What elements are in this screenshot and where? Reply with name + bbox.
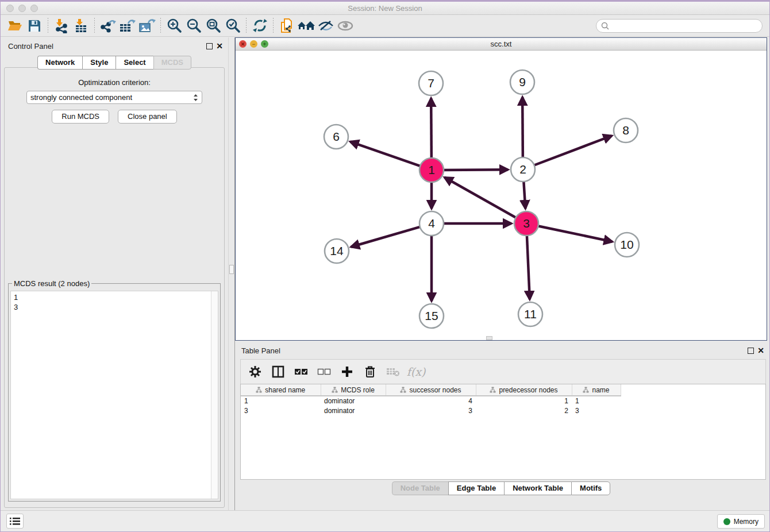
table-cell[interactable]: 3 [241,406,321,415]
graph-edge-2-8[interactable] [533,136,612,165]
toolbar-separator [94,18,95,34]
network-maximize-button[interactable]: + [261,40,268,48]
control-panel-tabs: NetworkStyleSelectMCDS [1,56,228,70]
refresh-layout-icon[interactable] [250,17,270,35]
mcds-panel: Optimization criterion: strongly connect… [4,67,225,508]
export-image-icon[interactable] [137,17,157,35]
network-title: scc.txt [236,38,767,51]
graph-node-label: 3 [523,217,530,230]
minimize-window-button[interactable] [18,5,26,12]
network-minimize-button[interactable]: − [250,40,257,48]
mcds-result-area: 1 3 [10,291,218,499]
tab-edge-table[interactable]: Edge Table [448,481,504,495]
search-input[interactable] [612,20,762,32]
graph-edge-3-11[interactable] [527,234,530,299]
graph-edge-1-7[interactable] [431,98,432,159]
function-builder-icon[interactable]: f(x) [407,363,425,380]
control-panel-title: Control Panel [8,42,53,51]
table-row[interactable]: 1dominator411 [241,396,765,406]
table-cell[interactable]: 4 [386,396,476,406]
table-cell[interactable]: 3 [572,406,621,415]
column-header-name[interactable]: name [572,384,621,396]
table-cell[interactable]: 2 [476,406,572,415]
table-panel-header: Table Panel ✕ [235,345,767,357]
import-table-icon[interactable] [71,17,91,35]
zoom-window-button[interactable] [30,5,38,12]
add-column-icon[interactable] [338,363,356,380]
tab-mcds[interactable]: MCDS [153,56,191,70]
control-panel-float-button[interactable] [206,43,213,49]
control-panel: Control Panel ✕ NetworkStyleSelectMCDS O… [1,37,228,510]
tab-select[interactable]: Select [116,56,153,70]
graph-edge-3-10[interactable] [537,226,613,242]
import-network-icon[interactable] [52,17,71,35]
canvas-split-grip[interactable] [486,336,492,340]
dropdown-value: strongly connected component [30,93,193,102]
memory-button[interactable]: Memory [717,514,765,529]
table-panel-close-button[interactable]: ✕ [757,346,765,355]
control-panel-header: Control Panel ✕ [1,41,228,52]
graph-edge-1-6[interactable] [351,142,422,167]
table-cell[interactable]: 1 [476,396,572,406]
zoom-in-icon[interactable] [164,17,184,35]
open-session-icon[interactable] [5,17,25,35]
panel-divider[interactable] [228,37,235,510]
column-header-MCDS-role[interactable]: MCDS role [321,384,386,396]
main-toolbar [1,15,769,37]
show-all-icon[interactable] [336,17,355,35]
hide-selected-icon[interactable] [316,17,336,35]
table-panel-float-button[interactable] [748,348,754,354]
divider-grip[interactable] [229,265,234,274]
export-table-icon[interactable] [118,17,137,35]
graph-node-label: 11 [524,307,537,321]
save-session-icon[interactable] [25,17,44,35]
optimization-criterion-select[interactable]: strongly connected component [26,91,202,104]
clone-network-icon[interactable] [277,17,297,35]
tab-network[interactable]: Network [37,56,82,70]
table-row[interactable]: 3dominator323 [241,406,765,415]
close-panel-button[interactable]: Close panel [118,110,177,124]
graph-edge-2-3[interactable] [523,180,525,209]
main-area: Control Panel ✕ NetworkStyleSelectMCDS O… [1,37,769,510]
tab-node-table[interactable]: Node Table [392,481,448,495]
window-title: Session: New Session [1,2,769,15]
graph-node-label: 4 [428,217,435,230]
network-canvas[interactable]: 7968124314101511 [236,51,767,340]
column-browser-icon[interactable] [270,363,287,380]
run-mcds-button[interactable]: Run MCDS [52,110,109,124]
delete-columns-icon[interactable] [361,363,379,380]
table-panel: Table Panel ✕ [235,342,767,510]
control-panel-close-button[interactable]: ✕ [215,41,224,51]
table-cell[interactable]: 1 [241,396,321,406]
task-history-button[interactable] [6,514,24,529]
node-table-body: 1dominator4113dominator323 [241,396,765,415]
export-network-icon[interactable] [98,17,118,35]
tab-motifs[interactable]: Motifs [571,481,610,495]
column-header-successor-nodes[interactable]: successor nodes [386,384,476,396]
table-cell[interactable]: 3 [386,406,476,415]
graph-edge-3-1[interactable] [445,178,517,218]
zoom-fit-icon[interactable] [203,17,223,35]
zoom-out-icon[interactable] [184,17,203,35]
graph-edge-1-2[interactable] [442,169,508,170]
mcds-result-scrollbar[interactable] [211,291,218,499]
close-window-button[interactable] [6,5,14,12]
table-cell[interactable]: 1 [572,396,621,406]
table-cell-filler [621,396,765,406]
table-options-icon[interactable] [247,363,264,380]
home-layout-icon[interactable] [297,17,316,35]
tab-network-table[interactable]: Network Table [504,481,571,495]
graph-edge-4-14[interactable] [351,226,421,246]
deselect-all-columns-icon[interactable] [315,363,333,380]
zoom-selected-icon[interactable] [223,17,242,35]
column-header-predecessor-nodes[interactable]: predecessor nodes [476,384,572,396]
tab-style[interactable]: Style [82,56,116,70]
table-cell[interactable]: dominator [321,396,386,406]
network-close-button[interactable]: ✕ [239,40,247,48]
graph-edge-2-9[interactable] [522,97,523,159]
delete-table-icon[interactable] [384,363,402,380]
table-cell[interactable]: dominator [321,406,386,415]
select-all-columns-icon[interactable] [292,363,310,380]
column-header-shared-name[interactable]: shared name [241,384,321,396]
memory-status-icon [723,518,730,525]
